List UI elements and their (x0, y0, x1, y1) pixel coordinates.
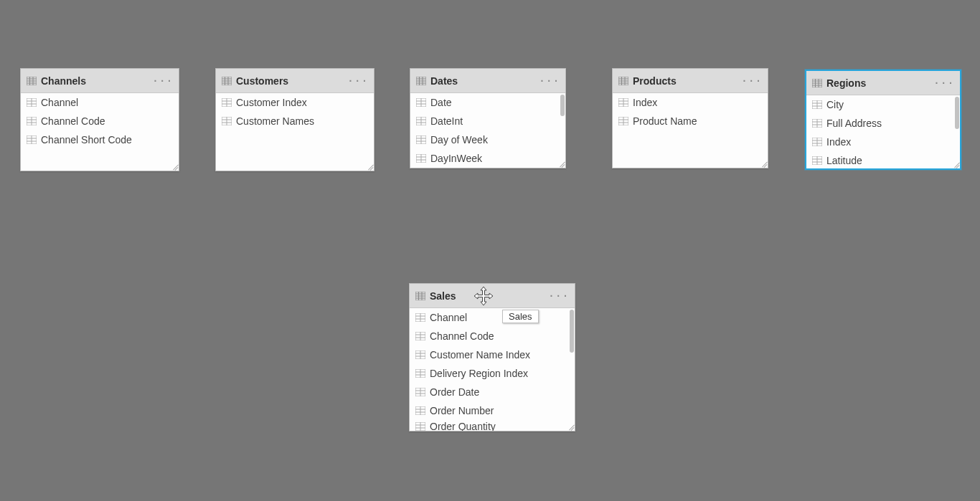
column-icon (618, 117, 628, 125)
field-row[interactable]: Index (613, 93, 768, 112)
table-icon (27, 77, 37, 85)
column-icon (812, 156, 822, 165)
table-header-products[interactable]: Products · · · (613, 69, 768, 93)
field-row[interactable]: Order Quantity (410, 420, 575, 431)
more-button[interactable]: · · · (742, 75, 762, 87)
field-label: Latitude (826, 155, 862, 166)
field-row[interactable]: Channel (410, 308, 575, 327)
table-title: Products (633, 75, 738, 87)
field-list[interactable]: Customer Index Customer Names (216, 93, 374, 171)
field-label: Channel (430, 312, 467, 323)
field-row[interactable]: Order Date (410, 383, 575, 401)
field-row[interactable]: Product Name (613, 112, 768, 130)
field-row[interactable]: Full Address (806, 114, 960, 133)
table-header-customers[interactable]: Customers · · · (216, 69, 374, 93)
column-icon (415, 313, 425, 322)
column-icon (222, 117, 232, 125)
field-label: Date (430, 97, 452, 108)
field-label: Order Date (430, 386, 479, 398)
more-button[interactable]: · · · (348, 75, 368, 87)
field-row[interactable]: Channel Code (410, 327, 575, 345)
resize-handle[interactable] (171, 163, 178, 170)
more-button[interactable]: · · · (934, 77, 954, 89)
field-label: Order Number (430, 405, 494, 416)
field-row[interactable]: DayInWeek (410, 149, 565, 168)
table-icon (618, 77, 628, 85)
column-icon (415, 406, 425, 415)
field-label: DayInWeek (430, 153, 482, 164)
field-row[interactable]: Order Number (410, 401, 575, 420)
field-row[interactable]: Latitude (806, 151, 960, 168)
column-icon (812, 138, 822, 146)
resize-handle[interactable] (557, 160, 565, 167)
column-icon (416, 154, 426, 163)
table-title: Regions (826, 77, 930, 89)
resize-handle[interactable] (952, 161, 959, 168)
field-list[interactable]: Channel Channel Code Channel Short Code (21, 93, 179, 171)
scrollbar[interactable] (560, 95, 565, 116)
field-row[interactable]: Index (806, 133, 960, 151)
field-row[interactable]: Date (410, 93, 565, 112)
table-icon (415, 292, 425, 300)
field-label: Full Address (826, 118, 882, 129)
column-icon (618, 98, 628, 107)
field-label: Index (826, 136, 851, 148)
table-card-sales[interactable]: Sales · · · Channel Channel Code Custome… (409, 283, 575, 431)
field-label: Channel (41, 97, 78, 108)
field-label: Customer Name Index (430, 349, 530, 361)
field-row[interactable]: Channel Short Code (21, 130, 179, 149)
column-icon (812, 100, 822, 109)
column-icon (416, 135, 426, 144)
more-button[interactable]: · · · (549, 290, 569, 302)
field-label: Product Name (633, 115, 697, 127)
field-list[interactable]: Date DateInt Day of Week DayInWeek (410, 93, 565, 168)
table-title: Sales (430, 290, 545, 302)
field-label: Customer Names (236, 115, 314, 127)
table-header-sales[interactable]: Sales · · · (410, 284, 575, 308)
more-button[interactable]: · · · (153, 75, 173, 87)
field-list[interactable]: Channel Channel Code Customer Name Index… (410, 308, 575, 431)
column-icon (415, 332, 425, 340)
resize-handle[interactable] (567, 423, 574, 430)
field-row[interactable]: DateInt (410, 112, 565, 130)
table-card-dates[interactable]: Dates · · · Date DateInt Day of Week Day… (410, 68, 566, 168)
table-card-products[interactable]: Products · · · Index Product Name (612, 68, 768, 168)
table-header-regions[interactable]: Regions · · · (806, 71, 960, 95)
column-icon (416, 98, 426, 107)
field-label: Channel Code (41, 115, 105, 127)
field-row[interactable]: Customer Index (216, 93, 374, 112)
field-label: Day of Week (430, 134, 488, 145)
more-button[interactable]: · · · (540, 75, 560, 87)
field-label: Index (633, 97, 657, 108)
field-label: Channel Short Code (41, 134, 132, 145)
table-card-customers[interactable]: Customers · · · Customer Index Customer … (215, 68, 374, 171)
column-icon (415, 369, 425, 378)
resize-handle[interactable] (760, 160, 767, 167)
field-row[interactable]: Channel Code (21, 112, 179, 130)
field-label: Channel Code (430, 330, 494, 342)
field-label: Customer Index (236, 97, 307, 108)
field-row[interactable]: Customer Names (216, 112, 374, 130)
field-label: DateInt (430, 115, 463, 127)
column-icon (415, 422, 425, 431)
table-header-channels[interactable]: Channels · · · (21, 69, 179, 93)
field-row[interactable]: Day of Week (410, 130, 565, 149)
table-title: Customers (236, 75, 344, 87)
field-row[interactable]: Channel (21, 93, 179, 112)
column-icon (27, 117, 37, 125)
field-row[interactable]: Customer Name Index (410, 345, 575, 364)
scrollbar[interactable] (570, 310, 574, 353)
field-list[interactable]: Index Product Name (613, 93, 768, 168)
table-card-channels[interactable]: Channels · · · Channel Channel Code Chan… (20, 68, 179, 171)
table-header-dates[interactable]: Dates · · · (410, 69, 565, 93)
resize-handle[interactable] (366, 163, 373, 170)
table-card-regions[interactable]: Regions · · · City Full Address Index La… (805, 70, 961, 170)
field-row[interactable]: Delivery Region Index (410, 364, 575, 383)
table-title: Channels (41, 75, 149, 87)
field-row[interactable]: City (806, 95, 960, 114)
table-title: Dates (430, 75, 535, 87)
field-list[interactable]: City Full Address Index Latitude (806, 95, 960, 168)
table-icon (222, 77, 232, 85)
column-icon (415, 388, 425, 396)
scrollbar[interactable] (955, 97, 959, 129)
